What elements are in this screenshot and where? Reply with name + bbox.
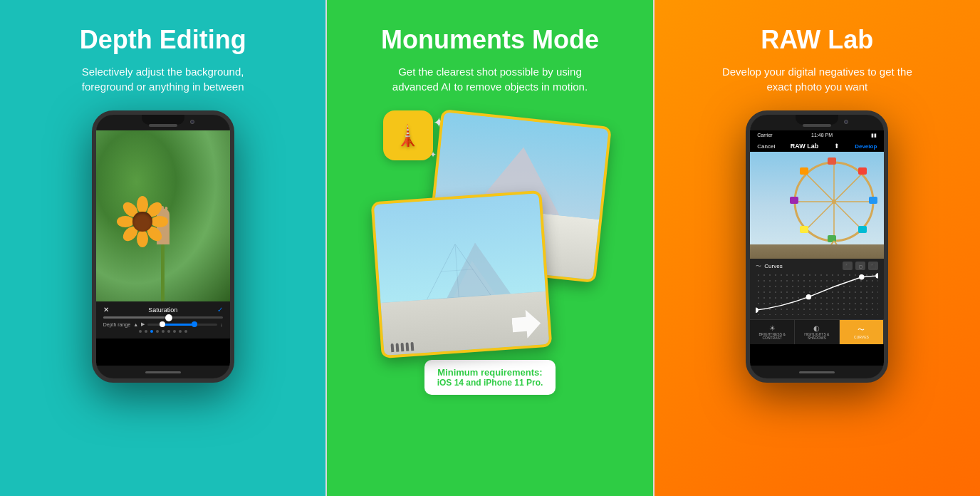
raw-toolbar: ☀ BRIGHTNESS & CONTRAST ◐ HIGHLIGHTS & S… [750,319,884,344]
depth-phone-container: ✕ Saturation ✓ Depth range ▲ ▶ [92,110,234,482]
curves-grid [756,272,878,315]
depth-slider[interactable] [103,316,223,319]
person-5 [410,342,414,351]
phone-home-bar [96,366,230,378]
raw-status-bar: Carrier 11:48 PM ▮▮ [750,130,884,140]
svg-rect-20 [800,226,808,233]
raw-phone-speaker [803,124,831,127]
raw-nav-bar: Cancel RAW Lab ⬆ Develop [750,140,884,152]
raw-lab-panel: RAW Lab Develop your digital negatives t… [655,0,980,496]
curves-icon: 〜 [858,325,865,335]
phone-speaker [149,124,177,127]
person-4 [405,343,409,351]
person-1 [391,343,395,352]
curves-label: Curves [764,263,782,269]
min-req-subtitle: iOS 14 and iPhone 11 Pro. [437,378,543,388]
depth-editing-subtitle: Selectively adjust the background, foreg… [56,64,270,95]
raw-develop-button[interactable]: Develop [855,143,877,150]
depth-person-icon: ▶ [141,321,145,327]
raw-lab-title: RAW Lab [761,26,873,54]
depth-editing-panel: Depth Editing Selectively adjust the bac… [0,0,325,496]
depth-mountain-icon: ▲ [133,322,138,327]
depth-tool-dot-5 [162,330,165,333]
svg-rect-18 [858,226,867,233]
swipe-arrow-icon [511,309,542,340]
eiffel-tower-icon: 🗼 [395,124,420,148]
depth-saturation-row: ✕ Saturation ✓ [103,306,223,314]
raw-battery-icon: ▮▮ [871,133,877,138]
raw-tool-curves[interactable]: 〜 CURVES [840,320,885,344]
depth-tool-dot-9 [184,330,187,333]
svg-line-9 [806,174,834,202]
raw-curves-area: 〜 Curves ⬛ ◻ ⬛ [750,259,884,319]
raw-phone-home-bar [750,366,884,378]
highlights-icon: ◐ [813,324,820,332]
depth-tool-dot-6 [167,330,170,333]
svg-rect-19 [858,167,867,175]
depth-tool-dot-3 [150,330,153,333]
depth-controls: ✕ Saturation ✓ Depth range ▲ ▶ [96,301,230,339]
depth-download-icon: ↓ [220,322,223,327]
highlights-label: HIGHLIGHTS & SHADOWS [795,333,839,341]
ferris-wheel-svg [788,155,880,255]
depth-tool-dot-7 [173,330,176,333]
svg-line-11 [834,174,862,202]
raw-phone: Carrier 11:48 PM ▮▮ Cancel RAW Lab ⬆ Dev… [746,110,888,383]
raw-lab-subtitle: Develop your digital negatives to get th… [710,64,924,95]
curves-option-1[interactable]: ⬛ [843,262,853,270]
raw-tool-brightness[interactable]: ☀ BRIGHTNESS & CONTRAST [750,320,795,344]
depth-phone-screen: ✕ Saturation ✓ Depth range ▲ ▶ [96,130,230,366]
depth-close-icon[interactable]: ✕ [103,306,109,314]
person-3 [400,343,404,351]
brightness-icon: ☀ [769,324,776,332]
depth-image [96,130,230,301]
curves-svg [756,272,878,315]
monument-badge: 🗼 [383,110,433,160]
svg-rect-15 [790,197,798,204]
svg-rect-17 [800,167,808,175]
monuments-content: ✦ ✦ ✦ 🗼 [348,110,631,482]
phone-camera [190,120,194,124]
svg-point-26 [876,273,879,278]
raw-time-label: 11:48 PM [811,133,833,138]
monuments-cards: ✦ ✦ ✦ 🗼 [376,110,604,353]
building-ground [380,291,549,356]
svg-line-10 [834,202,862,229]
depth-editing-title: Depth Editing [80,26,246,54]
depth-slider-row [103,316,223,319]
svg-rect-16 [869,197,877,204]
svg-point-23 [756,308,759,313]
depth-tool-dot-8 [179,330,182,333]
raw-share-icon[interactable]: ⬆ [834,143,840,150]
depth-confirm-icon[interactable]: ✓ [217,306,223,314]
raw-tool-highlights[interactable]: ◐ HIGHLIGHTS & SHADOWS [795,320,840,344]
depth-phone: ✕ Saturation ✓ Depth range ▲ ▶ [92,110,234,383]
svg-line-12 [806,202,834,229]
depth-saturation-label: Saturation [109,306,217,314]
monuments-subtitle: Get the clearest shot possible by using … [383,64,597,95]
depth-range-label: Depth range [103,322,131,327]
raw-screen-title: RAW Lab [791,143,819,150]
raw-phone-screen: Carrier 11:48 PM ▮▮ Cancel RAW Lab ⬆ Dev… [750,130,884,366]
raw-image-area [750,152,884,259]
curves-tool-label: CURVES [854,336,869,340]
min-requirements-box: Minimum requirements: iOS 14 and iPhone … [424,360,556,395]
raw-carrier-label: Carrier [757,133,772,138]
depth-tool-dot-2 [145,330,147,333]
svg-point-25 [859,274,864,279]
curves-header: 〜 Curves ⬛ ◻ ⬛ [756,262,878,270]
svg-line-1 [455,244,459,297]
raw-phone-container: Carrier 11:48 PM ▮▮ Cancel RAW Lab ⬆ Dev… [746,110,888,482]
curves-option-2[interactable]: ◻ [855,262,865,270]
svg-point-24 [806,294,811,299]
depth-range-slider[interactable] [147,324,217,326]
depth-tool-icons [103,329,223,334]
raw-cancel-button[interactable]: Cancel [757,143,775,150]
depth-tool-dot-4 [156,330,159,333]
raw-phone-notch [750,115,884,130]
monument-card-front [371,190,553,358]
phone-notch [96,115,230,130]
curves-option-3[interactable]: ⬛ [868,262,878,270]
depth-tool-dot-1 [139,330,142,333]
building-sky [374,193,546,303]
